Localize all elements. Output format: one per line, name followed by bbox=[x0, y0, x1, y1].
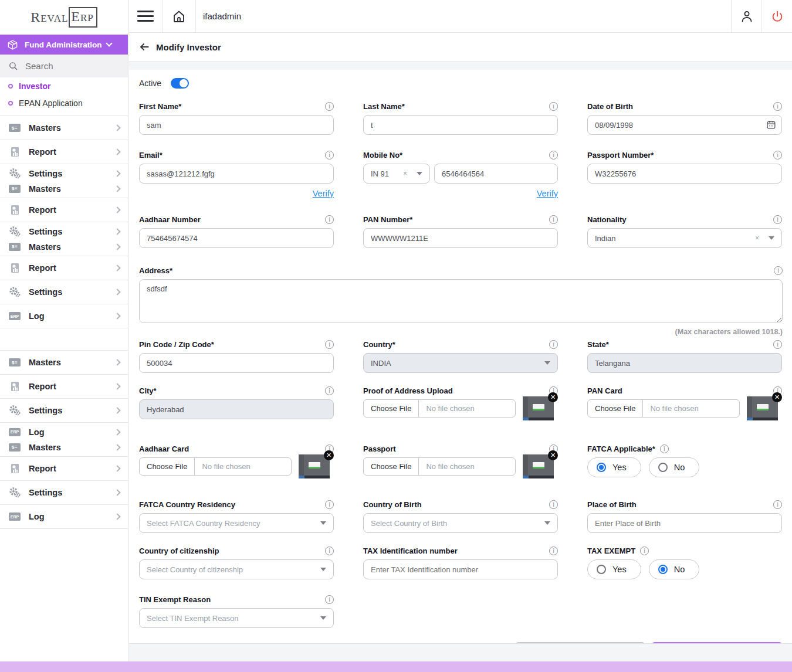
search-input[interactable] bbox=[25, 61, 113, 71]
pan-card-file-input[interactable]: Choose File No file chosen bbox=[587, 399, 740, 418]
mobile-country-code-select[interactable]: IN 91 × bbox=[363, 164, 430, 184]
tin-input[interactable] bbox=[363, 559, 558, 579]
email-input[interactable] bbox=[139, 164, 334, 184]
pincode-input[interactable] bbox=[139, 353, 334, 373]
sidebar-item-log[interactable]: ERP Log bbox=[8, 509, 120, 524]
info-icon[interactable]: i bbox=[549, 500, 558, 509]
info-icon[interactable]: i bbox=[549, 102, 558, 111]
info-icon[interactable]: i bbox=[549, 151, 558, 159]
sidebar-item-masters[interactable]: $≡ Masters bbox=[8, 355, 120, 370]
sidebar-search[interactable] bbox=[0, 55, 128, 77]
place-of-birth-input[interactable] bbox=[587, 513, 782, 533]
aadhaar-card-file-input[interactable]: Choose File No file chosen bbox=[139, 457, 292, 476]
mobile-verify-link[interactable]: Verify bbox=[537, 189, 558, 199]
country-select[interactable]: INDIA bbox=[363, 353, 558, 373]
fatca-no-radio[interactable]: No bbox=[649, 457, 700, 477]
remove-file-icon[interactable]: ✕ bbox=[324, 450, 334, 460]
aadhaar-number-input[interactable] bbox=[139, 228, 334, 248]
active-toggle[interactable] bbox=[171, 78, 189, 89]
choose-file-button[interactable]: Choose File bbox=[140, 458, 195, 475]
sidebar-item-settings[interactable]: Settings bbox=[8, 284, 120, 300]
sidebar-item-settings[interactable]: Settings bbox=[8, 485, 120, 500]
dob-input[interactable] bbox=[587, 115, 782, 135]
remove-file-icon[interactable]: ✕ bbox=[548, 392, 558, 402]
hamburger-menu-button[interactable] bbox=[129, 0, 163, 32]
info-icon[interactable]: i bbox=[773, 102, 782, 111]
info-icon[interactable]: i bbox=[325, 595, 334, 604]
country-of-birth-select[interactable]: Select Country of Birth bbox=[363, 513, 558, 533]
sidebar-item-investor[interactable]: Investor bbox=[0, 77, 128, 94]
clear-icon[interactable]: × bbox=[755, 234, 759, 242]
info-icon[interactable]: i bbox=[325, 340, 334, 349]
info-icon[interactable]: i bbox=[773, 500, 782, 509]
first-name-input[interactable] bbox=[139, 115, 334, 135]
sidebar-item-report[interactable]: Report bbox=[8, 144, 120, 159]
info-icon[interactable]: i bbox=[660, 444, 669, 453]
address-textarea[interactable]: sdfsdf bbox=[139, 279, 783, 323]
logout-button[interactable] bbox=[761, 0, 792, 32]
nationality-select[interactable]: Indian × bbox=[587, 228, 782, 248]
info-icon[interactable]: i bbox=[549, 547, 558, 555]
sidebar-item-settings[interactable]: Settings bbox=[8, 224, 120, 239]
fatca-residency-select[interactable]: Select FATCA Country Residency bbox=[139, 513, 334, 533]
radio-icon bbox=[658, 463, 668, 472]
chevron-right-icon bbox=[114, 359, 120, 365]
passport-number-input[interactable] bbox=[587, 164, 782, 184]
sidebar-item-settings[interactable]: Settings bbox=[8, 166, 120, 181]
info-icon[interactable]: i bbox=[325, 547, 334, 555]
module-selector-fund-administration[interactable]: Fund Administration bbox=[0, 35, 128, 55]
pan-number-input[interactable] bbox=[363, 228, 558, 248]
back-button[interactable] bbox=[138, 41, 150, 53]
sidebar-item-masters[interactable]: $≡ Masters bbox=[8, 239, 120, 254]
sidebar-item-masters[interactable]: $≡ Masters bbox=[8, 181, 120, 196]
sidebar-item-report[interactable]: Report bbox=[8, 202, 120, 218]
info-icon[interactable]: i bbox=[773, 151, 782, 159]
pan-card-thumbnail[interactable]: ✕ bbox=[747, 396, 778, 420]
mobile-number-input[interactable] bbox=[434, 164, 558, 184]
sidebar-item-masters[interactable]: $≡ Masters bbox=[8, 440, 120, 455]
email-verify-link[interactable]: Verify bbox=[313, 189, 334, 199]
sidebar-item-masters[interactable]: $≡ Masters bbox=[8, 120, 120, 135]
info-icon[interactable]: i bbox=[325, 151, 334, 159]
chevron-down-icon bbox=[320, 568, 326, 571]
info-icon[interactable]: i bbox=[325, 102, 334, 111]
sidebar-item-settings[interactable]: Settings bbox=[8, 403, 120, 418]
sidebar-item-report[interactable]: Report bbox=[8, 379, 120, 394]
remove-file-icon[interactable]: ✕ bbox=[548, 450, 558, 460]
sidebar-item-log[interactable]: ERP Log bbox=[8, 425, 120, 440]
info-icon[interactable]: i bbox=[325, 386, 334, 395]
sidebar-item-log[interactable]: ERP Log bbox=[8, 308, 120, 324]
info-icon[interactable]: i bbox=[549, 215, 558, 224]
dob-label: Date of Birth bbox=[587, 102, 633, 111]
info-icon[interactable]: i bbox=[640, 547, 649, 555]
tax-exempt-no-radio[interactable]: No bbox=[649, 559, 700, 579]
sidebar-item-report[interactable]: Report bbox=[8, 461, 120, 476]
tin-exempt-reason-select[interactable]: Select TIN Exempt Reason bbox=[139, 608, 334, 628]
fatca-yes-radio[interactable]: Yes bbox=[587, 457, 641, 477]
last-name-input[interactable] bbox=[363, 115, 558, 135]
proof-of-address-thumbnail[interactable]: ✕ bbox=[523, 396, 554, 420]
calendar-icon[interactable] bbox=[766, 120, 776, 130]
clear-icon[interactable]: × bbox=[403, 169, 407, 178]
aadhaar-card-thumbnail[interactable]: ✕ bbox=[299, 454, 330, 478]
remove-file-icon[interactable]: ✕ bbox=[772, 392, 782, 402]
sidebar-item-epan-application[interactable]: EPAN Application bbox=[0, 94, 128, 111]
info-icon[interactable]: i bbox=[325, 215, 334, 224]
aadhaar-card-label: Aadhaar Card bbox=[139, 444, 189, 453]
citizenship-select[interactable]: Select Country of citizenship bbox=[139, 559, 334, 579]
choose-file-button[interactable]: Choose File bbox=[364, 458, 419, 475]
info-icon[interactable]: i bbox=[774, 266, 783, 275]
info-icon[interactable]: i bbox=[773, 215, 782, 224]
passport-thumbnail[interactable]: ✕ bbox=[523, 454, 554, 478]
sidebar-item-report[interactable]: Report bbox=[8, 260, 120, 276]
info-icon[interactable]: i bbox=[773, 340, 782, 349]
home-button[interactable] bbox=[163, 0, 196, 32]
tax-exempt-yes-radio[interactable]: Yes bbox=[587, 559, 641, 579]
info-icon[interactable]: i bbox=[325, 500, 334, 509]
passport-file-input[interactable]: Choose File No file chosen bbox=[363, 457, 516, 476]
profile-button[interactable] bbox=[731, 0, 761, 32]
proof-of-address-file-input[interactable]: Choose File No file chosen bbox=[363, 399, 516, 418]
info-icon[interactable]: i bbox=[549, 340, 558, 349]
choose-file-button[interactable]: Choose File bbox=[364, 400, 419, 417]
choose-file-button[interactable]: Choose File bbox=[588, 400, 643, 417]
